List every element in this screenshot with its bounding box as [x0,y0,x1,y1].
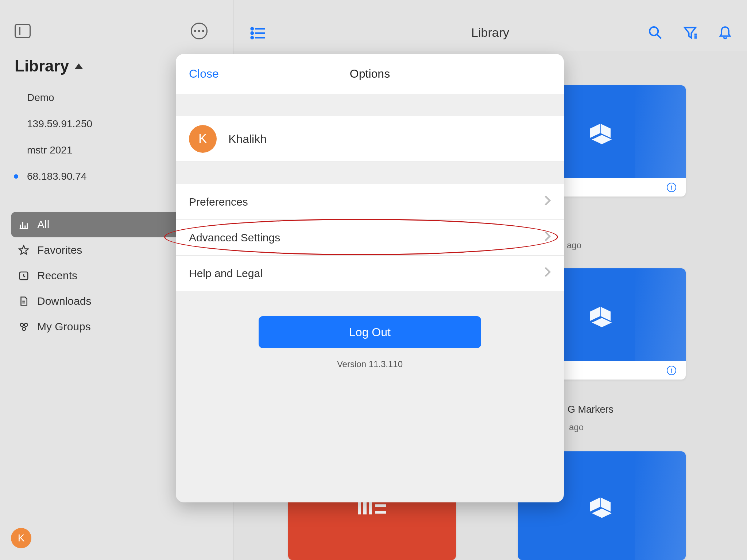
book-icon [587,119,616,145]
page-title: Library [471,26,509,40]
info-icon[interactable]: i [667,183,676,192]
help-legal-row[interactable]: Help and Legal [176,256,564,291]
logout-button[interactable]: Log Out [259,316,481,348]
bell-icon[interactable] [718,25,732,40]
star-icon [18,245,29,256]
user-avatar-small[interactable]: K [11,528,31,548]
settings-section: Preferences Advanced Settings Help and L… [176,184,564,291]
svg-point-1 [20,323,24,327]
clock-icon [18,270,29,281]
filter-icon[interactable] [683,25,697,40]
info-icon[interactable]: i [667,366,676,375]
card-time: ago [569,422,584,432]
list-view-icon[interactable] [250,27,266,40]
logout-area: Log Out Version 11.3.110 [176,291,564,369]
advanced-settings-row[interactable]: Advanced Settings [176,220,564,256]
user-row[interactable]: K Khalikh [176,116,564,162]
svg-rect-16 [363,501,367,514]
svg-point-8 [251,37,253,39]
svg-point-10 [650,27,658,35]
chevron-right-icon [544,267,551,280]
card-title: G Markers [568,404,614,415]
group-icon [18,321,29,332]
modal-header: Close Options [176,54,564,94]
sidebar-item-label: My Groups [37,320,91,333]
row-label: Preferences [189,196,248,208]
sidebar-title: Library [15,57,69,75]
svg-point-2 [24,323,28,327]
more-icon[interactable] [191,23,208,39]
sidebar-item-label: Downloads [37,295,91,307]
close-button[interactable]: Close [189,67,219,81]
main-header: Library [233,0,747,51]
user-name: Khalikh [228,132,267,146]
svg-point-4 [251,28,253,30]
sidebar-toggle-icon[interactable] [15,24,31,38]
chart-bars-icon [18,219,29,230]
book-icon [587,493,616,518]
svg-point-6 [251,32,253,34]
search-icon[interactable] [648,25,662,40]
svg-point-3 [22,327,26,331]
preferences-row[interactable]: Preferences [176,184,564,220]
card-time: ago [567,240,581,250]
user-avatar: K [189,125,217,153]
chevron-right-icon [544,195,551,209]
sidebar-item-label: Favorites [37,244,82,256]
sidebar-item-label: All [37,218,49,231]
options-modal: Close Options K Khalikh Preferences Adva… [176,54,564,502]
svg-line-11 [657,35,661,39]
row-label: Advanced Settings [189,232,280,244]
modal-title: Options [350,67,390,81]
user-section: K Khalikh [176,116,564,162]
chevron-right-icon [544,231,551,244]
version-label: Version 11.3.110 [176,359,564,369]
book-icon [587,302,616,328]
row-label: Help and Legal [189,267,263,280]
caret-up-icon [75,63,83,69]
sidebar-item-label: Recents [37,269,77,282]
document-icon [18,296,29,307]
